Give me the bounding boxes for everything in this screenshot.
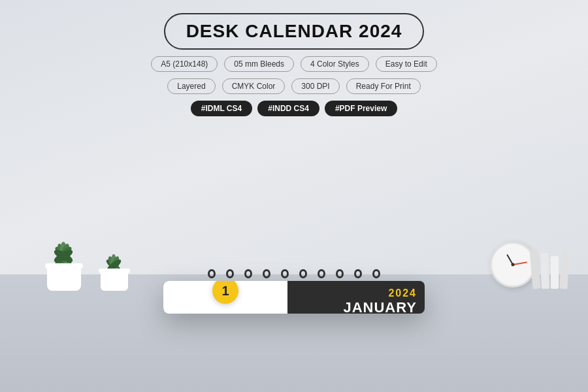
calendar-image-section: 1 — [163, 281, 287, 314]
badge-cmyk: CMYK Color — [222, 78, 286, 94]
spiral-ring-3 — [244, 269, 252, 278]
calendar-right-section: 2024 JANUARY Su Mo Tu We Th Fr Sa 123456… — [287, 281, 425, 314]
spiral-ring-2 — [226, 269, 234, 278]
format-pdf: #PDF Preview — [325, 101, 397, 116]
plant-pot-large — [47, 266, 81, 291]
plant-leaves-large — [39, 204, 88, 266]
badge-size: A5 (210x148) — [151, 56, 218, 72]
title-pill: DESK CALENDAR 2024 — [164, 13, 425, 50]
format-idml: #IDML CS4 — [191, 101, 252, 116]
plant-svg-large — [39, 204, 88, 266]
plant-leaves-small — [96, 225, 132, 271]
format-indd: #INDD CS4 — [257, 101, 319, 116]
plants-left — [39, 204, 132, 291]
badge-color-styles: 4 Color Styles — [301, 56, 369, 72]
clock-minute-hand — [513, 261, 527, 265]
spiral-ring-8 — [336, 269, 344, 278]
badge-layered: Layered — [167, 78, 215, 94]
book-2 — [540, 253, 549, 289]
clock-center-dot — [512, 263, 515, 267]
plant-large — [39, 204, 88, 291]
spiral-ring-5 — [281, 269, 289, 278]
badge-print: Ready For Print — [346, 78, 421, 94]
calendar-container: 1 2024 JANUARY Su Mo Tu We Th Fr Sa — [163, 269, 425, 314]
clock — [490, 242, 536, 287]
calendar-year: 2024 — [295, 287, 417, 299]
clock-face — [490, 242, 536, 287]
calendar-month: JANUARY — [295, 299, 417, 314]
page-title: DESK CALENDAR 2024 — [186, 21, 402, 41]
plant-small — [96, 225, 132, 291]
books-stack — [531, 250, 568, 289]
badges-row-2: Layered CMYK Color 300 DPI Ready For Pri… — [167, 78, 420, 94]
plant-pot-small — [101, 271, 128, 291]
spiral-ring-6 — [299, 269, 307, 278]
spiral-ring-7 — [318, 269, 325, 278]
badge-bleeds: 05 mm Bleeds — [224, 56, 294, 72]
badges-row-1: A5 (210x148) 05 mm Bleeds 4 Color Styles… — [151, 56, 436, 72]
calendar-header: 2024 JANUARY — [287, 281, 425, 314]
plant-svg-small — [96, 225, 132, 271]
spiral-ring-10 — [372, 269, 380, 278]
month-number-tab: 1 — [212, 281, 238, 304]
badge-easy-edit: Easy to Edit — [376, 56, 437, 72]
calendar-spiral — [163, 269, 425, 278]
format-badges: #IDML CS4 #INDD CS4 #PDF Preview — [191, 101, 398, 116]
book-4 — [559, 251, 569, 289]
badge-dpi: 300 DPI — [291, 78, 339, 94]
spiral-ring-1 — [208, 269, 216, 278]
book-3 — [551, 256, 559, 289]
spiral-ring-4 — [263, 269, 270, 278]
calendar-body: 1 2024 JANUARY Su Mo Tu We Th Fr Sa — [163, 281, 425, 314]
header: DESK CALENDAR 2024 A5 (210x148) 05 mm Bl… — [0, 13, 588, 116]
spiral-ring-9 — [354, 269, 362, 278]
book-1 — [529, 250, 540, 289]
